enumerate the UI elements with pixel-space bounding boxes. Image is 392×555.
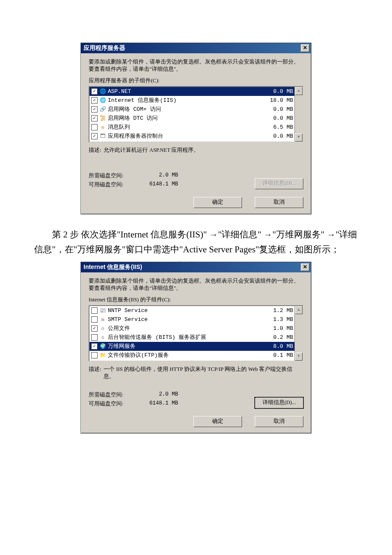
checkbox[interactable] (91, 115, 98, 121)
checkbox[interactable] (91, 352, 98, 358)
iis-dialog: Internet 信息服务(IIS) ✕ 要添加或删除某个组件，请单击旁边的复选… (81, 262, 311, 434)
scroll-up-icon[interactable]: ▲ (295, 87, 303, 95)
subcomponents-label: 应用程序服务器 的子组件(C): (89, 77, 303, 84)
list-item[interactable]: 🌍万维网服务8.0 MB (89, 342, 303, 351)
net-icon: 🔗 (99, 106, 106, 113)
space-available-label: 可用磁盘空间: (89, 400, 131, 408)
details-button: 详细信息(D)... (255, 178, 303, 189)
titlebar[interactable]: 应用程序服务器 ✕ (81, 43, 311, 53)
space-required-label: 所需磁盘空间: (89, 391, 131, 399)
cancel-button[interactable]: 取消 (255, 197, 303, 208)
item-size: 0.1 MB (263, 352, 293, 358)
step-instruction: 第 2 步 依次选择"Internet 信息服务(IIS)" →"详细信息" →… (34, 227, 358, 257)
close-icon[interactable]: ✕ (301, 44, 309, 52)
checkbox[interactable] (91, 307, 98, 314)
dialog-title: 应用程序服务器 (84, 44, 125, 52)
close-icon[interactable]: ✕ (301, 263, 309, 271)
item-name: 启用网络 DTC 访问 (108, 114, 263, 122)
item-size: 8.0 MB (263, 343, 293, 350)
item-size: 18.0 MB (263, 97, 293, 104)
list-item[interactable]: ◇公用文件1.0 MB (89, 324, 303, 333)
list-item[interactable]: ◇后台智能传送服务 (BITS) 服务器扩展0.2 MB (89, 333, 303, 342)
item-size: 1.0 MB (263, 325, 293, 332)
checkbox[interactable] (91, 325, 98, 332)
ok-button[interactable]: 确定 (193, 416, 242, 427)
item-name: SMTP Service (108, 316, 263, 323)
description-label: 描述: (89, 366, 101, 387)
www-icon: 🌍 (99, 343, 106, 350)
item-size: 6.5 MB (263, 124, 293, 130)
scrollbar[interactable]: ▲ ▼ (294, 306, 303, 361)
space-available-value: 6148.1 MB (131, 400, 178, 408)
item-name: 后台智能传送服务 (BITS) 服务器扩展 (108, 333, 263, 341)
space-required-value: 2.0 MB (131, 172, 178, 179)
dialog-title: Internet 信息服务(IIS) (84, 263, 142, 271)
item-size: 0.0 MB (263, 106, 293, 113)
components-listbox[interactable]: 🌐ASP.NET0.0 MB🌐Internet 信息服务(IIS)18.0 MB… (89, 86, 303, 142)
scroll-down-icon[interactable]: ▼ (295, 353, 303, 361)
titlebar[interactable]: Internet 信息服务(IIS) ✕ (81, 262, 311, 272)
checkbox[interactable] (91, 343, 98, 350)
item-size: 0.2 MB (263, 334, 293, 341)
item-name: 消息队列 (108, 123, 263, 131)
checkbox[interactable] (91, 106, 98, 113)
globe-icon: 🌐 (99, 88, 106, 95)
item-size: 1.2 MB (263, 307, 293, 314)
checkbox[interactable] (91, 88, 98, 95)
item-size: 0.0 MB (263, 115, 293, 121)
globe-icon: 🌐 (99, 97, 106, 104)
list-item[interactable]: 🌐Internet 信息服务(IIS)18.0 MB (89, 96, 303, 105)
instruction-text: 要添加或删除某个组件，请单击旁边的复选框。灰色框表示只会安装该组件的一部分。要查… (89, 58, 303, 73)
item-name: 启用网络 COM+ 访问 (108, 105, 263, 113)
list-item[interactable]: ✉消息队列6.5 MB (89, 123, 303, 132)
item-name: 应用程序服务器控制台 (108, 132, 263, 140)
list-item[interactable]: 🌐ASP.NET0.0 MB (89, 87, 303, 96)
dtc-icon: 📜 (99, 115, 106, 121)
console-icon: 🗔 (99, 133, 106, 139)
item-name: NNTP Service (108, 307, 263, 314)
space-required-value: 2.0 MB (131, 391, 178, 399)
checkbox[interactable] (91, 124, 98, 130)
scroll-down-icon[interactable]: ▼ (295, 133, 303, 142)
item-name: ASP.NET (108, 88, 263, 95)
smtp-icon: ✉ (99, 316, 106, 323)
diamond-icon: ◇ (99, 325, 106, 332)
components-listbox[interactable]: 📰NNTP Service1.2 MB✉SMTP Service1.3 MB◇公… (89, 305, 303, 361)
item-name: Internet 信息服务(IIS) (108, 96, 263, 104)
item-size: 1.3 MB (263, 316, 293, 323)
description-text: 一个 IIS 的核心组件，使用 HTTP 协议来与 TCP/IP 网络上的 We… (104, 366, 303, 387)
scroll-up-icon[interactable]: ▲ (295, 306, 303, 314)
item-name: 公用文件 (108, 324, 263, 332)
instruction-text: 要添加或删除某个组件，请单击旁边的复选框。灰色框表示只会安装该组件的一部分。要查… (89, 278, 303, 292)
checkbox[interactable] (91, 133, 98, 139)
description-label: 描述: (89, 147, 101, 168)
scrollbar[interactable]: ▲ ▼ (294, 87, 303, 142)
space-required-label: 所需磁盘空间: (89, 172, 131, 179)
cancel-button[interactable]: 取消 (255, 416, 303, 427)
list-item[interactable]: 🔗启用网络 COM+ 访问0.0 MB (89, 105, 303, 114)
checkbox[interactable] (91, 97, 98, 104)
mq-icon: ✉ (99, 124, 106, 130)
list-item[interactable]: ✉SMTP Service1.3 MB (89, 315, 303, 324)
item-size: 0.0 MB (263, 133, 293, 139)
space-available-label: 可用磁盘空间: (89, 181, 131, 188)
item-name: 万维网服务 (108, 342, 263, 350)
diamond-icon: ◇ (99, 334, 106, 341)
list-item[interactable]: 📁文件传输协议(FTP)服务0.1 MB (89, 351, 303, 360)
description-text: 允许此计算机运行 ASP.NET 应用程序。 (104, 147, 303, 168)
item-size: 0.0 MB (263, 88, 293, 95)
subcomponents-label: Internet 信息服务(IIS) 的子组件(C): (89, 296, 303, 304)
item-name: 文件传输协议(FTP)服务 (108, 351, 263, 359)
space-available-value: 6148.1 MB (131, 181, 178, 188)
ftp-icon: 📁 (99, 352, 106, 358)
details-button[interactable]: 详细信息(D)... (255, 397, 303, 408)
nntp-icon: 📰 (99, 307, 106, 314)
list-item[interactable]: 🗔应用程序服务器控制台0.0 MB (89, 132, 303, 141)
list-item[interactable]: 📰NNTP Service1.2 MB (89, 306, 303, 315)
checkbox[interactable] (91, 316, 98, 323)
ok-button[interactable]: 确定 (193, 197, 242, 208)
list-item[interactable]: 📜启用网络 DTC 访问0.0 MB (89, 114, 303, 123)
app-server-dialog: 应用程序服务器 ✕ 要添加或删除某个组件，请单击旁边的复选框。灰色框表示只会安装… (81, 43, 311, 214)
checkbox[interactable] (91, 334, 98, 341)
